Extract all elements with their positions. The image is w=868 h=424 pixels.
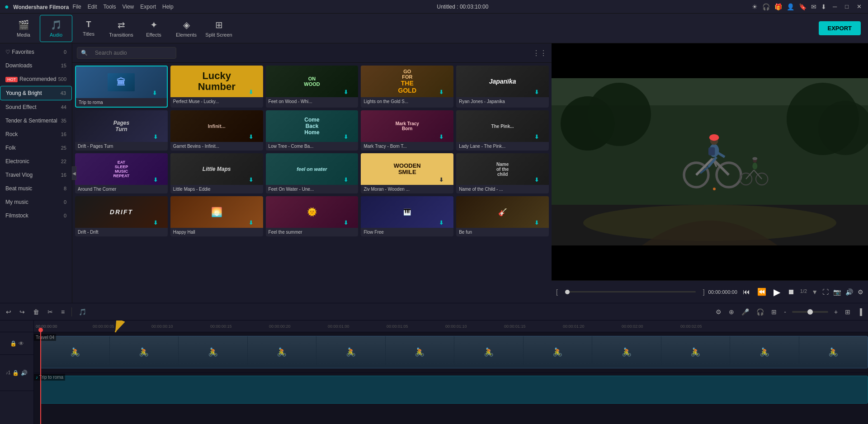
download-icon-2[interactable]: ⬇ [249,89,253,95]
video-clip[interactable]: 🚴 🚴 🚴 🚴 🚴 🚴 🚴 🚴 🚴 🚴 🚴 🚴 [40,336,868,368]
download-icon-12[interactable]: ⬇ [249,177,253,183]
preview-marker-out[interactable]: ] [703,288,705,296]
grid-options-icon[interactable]: ⋮⋮ [533,49,547,57]
download-icon-10[interactable]: ⬇ [534,134,539,140]
fit-to-screen-icon[interactable]: ⊞ [844,307,852,317]
toolbar-audio[interactable]: 🎵 Audio [40,15,72,42]
sidebar-item-filmstock[interactable]: Filmstock 0 [0,209,72,222]
sidebar-item-travel-vlog[interactable]: Travel Vlog 16 [0,168,72,182]
audio-card-1[interactable]: 🏛 ⬇ Trip to roma [75,66,168,108]
audio-card-12[interactable]: Little Maps ⬇ Little Maps - Eddie [170,153,263,193]
download-icon-11[interactable]: ⬇ [153,177,158,183]
timeline-audio-icon[interactable]: 🎧 [755,307,765,317]
playhead[interactable] [40,332,41,424]
toolbar-effects[interactable]: ✦ Effects [137,15,170,42]
sidebar-item-rock[interactable]: Rock 16 [0,127,72,141]
download-icon-8[interactable]: ⬇ [344,134,348,140]
download-icon-1[interactable]: ⬇ [152,90,157,96]
menu-view[interactable]: View [122,4,134,10]
redo-button[interactable]: ↪ [18,307,26,317]
undo-button[interactable]: ↩ [5,307,13,317]
download-icon-4[interactable]: ⬇ [439,89,443,95]
download-icon-13[interactable]: ⬇ [344,177,348,183]
preview-rewind-button[interactable]: ⏮ [741,286,752,298]
preview-page-dropdown[interactable]: ▼ [811,288,818,296]
maximize-button[interactable]: □ [843,3,850,10]
properties-button[interactable]: ≡ [60,307,66,317]
cut-button[interactable]: ✂ [46,307,54,317]
audio-card-18[interactable]: 🌞 ⬇ Feel the summer [266,196,359,236]
sidebar-item-sound-effect[interactable]: Sound Effect 44 [0,100,72,114]
download-icon-15[interactable]: ⬇ [534,177,539,183]
preview-snapshot-button[interactable]: 📷 [833,288,841,296]
download-icon-20[interactable]: ⬇ [534,220,539,226]
audio-card-19[interactable]: 🎹 ⬇ Flow Free [361,196,453,236]
download-icon-14[interactable]: ⬇ [439,177,443,183]
minimize-button[interactable]: ─ [831,3,839,10]
sidebar-item-recommended[interactable]: HOTRecommended 500 [0,72,72,86]
audio-card-15[interactable]: Nameof thechild ⬇ Name of the Child - ..… [456,153,549,193]
menu-edit[interactable]: Edit [88,4,97,10]
audio-card-3[interactable]: ONWOOD ⬇ Feet on Wood - Whi... [266,66,359,108]
zoom-in-icon[interactable]: + [833,307,839,317]
download-icon-19[interactable]: ⬇ [439,220,443,226]
playhead-handle[interactable] [38,328,43,332]
audio-card-11[interactable]: EATSLEEPMUSICREPEAT ⬇ Around The Corner [75,153,168,193]
collapse-icon[interactable]: ▐ [856,307,863,317]
mail-icon[interactable]: ✉ [811,3,816,10]
toolbar-split-screen[interactable]: ⊞ Split Screen [203,15,235,42]
preview-marker-in[interactable]: [ [556,288,558,296]
sidebar-collapse-button[interactable]: ◀ [72,166,76,180]
download-icon[interactable]: ⬇ [821,3,826,10]
delete-button[interactable]: 🗑 [32,307,41,317]
timeline-settings-icon[interactable]: ⚙ [714,307,723,317]
audio-card-2[interactable]: LuckyNumber ⬇ Perfect Muse - Lucky... [170,66,263,108]
search-input[interactable] [90,47,172,58]
user-icon[interactable]: 👤 [787,3,794,10]
audio-card-4[interactable]: GOFOR THEGOLD ⬇ Lights on the Gold S... [361,66,453,108]
sidebar-item-my-music[interactable]: My music 0 [0,195,72,209]
download-icon-7[interactable]: ⬇ [249,134,253,140]
preview-step-back-button[interactable]: ⏪ [755,286,768,298]
download-icon-17[interactable]: ⬇ [249,220,253,226]
sidebar-item-downloads[interactable]: Downloads 15 [0,59,72,72]
audio-card-14[interactable]: WOODENSMILE ⬇ Ziv Moran - Wooden ... [361,153,453,193]
sidebar-item-young-bright[interactable]: Young & Bright 43 [0,86,72,100]
window-controls[interactable]: ☀ 🎧 🎁 👤 🔖 ✉ ⬇ ─ □ ✕ [752,3,863,10]
track-lock-icon[interactable]: 🔒 [10,340,17,347]
menu-bar[interactable]: File Edit Tools View Export Help [72,4,173,10]
audio-card-16[interactable]: DRIFT ⬇ Drift - Drift [75,196,168,236]
preview-volume-button[interactable]: 🔊 [845,288,853,296]
bookmark-icon[interactable]: 🔖 [799,3,807,10]
track-audio-volume-icon[interactable]: 🔊 [21,370,28,376]
sun-icon[interactable]: ☀ [752,3,758,10]
download-icon-9[interactable]: ⬇ [439,134,443,140]
toolbar-transitions[interactable]: ⇄ Transitions [105,15,137,42]
download-icon-3[interactable]: ⬇ [344,89,348,95]
download-icon-6[interactable]: ⬇ [153,134,158,140]
audio-card-13[interactable]: feel on water ⬇ Feet On Water - Une... [266,153,359,193]
audio-card-6[interactable]: PagesTurn ⬇ Drift - Pages Turn [75,110,168,151]
close-button[interactable]: ✕ [855,3,863,10]
audio-card-17[interactable]: 🌅 ⬇ Happy Hall [170,196,263,236]
audio-card-8[interactable]: ComeBackHome ⬇ Low Tree - Come Ba... [266,110,359,151]
sidebar-item-beat-music[interactable]: Beat music 8 [0,182,72,195]
toolbar-media[interactable]: 🎬 Media [7,15,40,42]
preview-progress-handle[interactable] [565,290,570,294]
preview-fullscreen-button[interactable]: ⛶ [822,288,829,296]
download-icon-5[interactable]: ⬇ [534,89,539,95]
timeline-mic-icon[interactable]: 🎤 [740,307,750,317]
audio-card-5[interactable]: Japanïka ⬇ Ryan Jones - Japanika [456,66,549,108]
menu-file[interactable]: File [72,4,81,10]
timeline-crop-icon[interactable]: ⊕ [727,307,736,317]
track-eye-icon[interactable]: 👁 [19,340,24,347]
timeline-grid-icon[interactable]: ⊞ [770,307,778,317]
sidebar-item-folk[interactable]: Folk 25 [0,141,72,155]
track-audio-lock-icon[interactable]: 🔒 [12,370,19,376]
menu-export[interactable]: Export [140,4,156,10]
preview-play-button[interactable]: ▶ [772,285,782,299]
zoom-slider[interactable] [792,311,828,313]
audio-card-7[interactable]: Infinit... ⬇ Garret Bevins - Infinit... [170,110,263,151]
audio-card-9[interactable]: Mark TracyBorn ⬇ Mark Tracy - Born T... [361,110,453,151]
sidebar-item-favorites[interactable]: ♡ Favorites 0 [0,45,72,59]
